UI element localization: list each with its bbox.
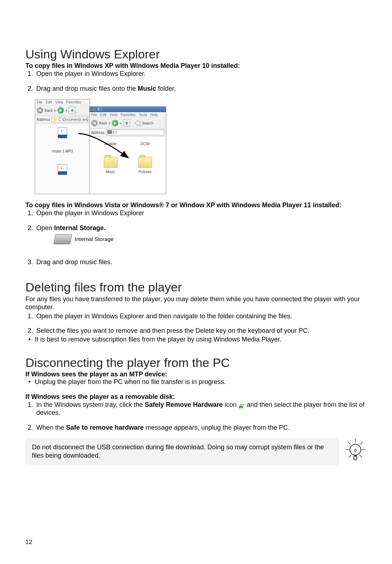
folder-audible-label: Audible [105, 142, 117, 146]
folder-pictures-label: Pictures [138, 170, 151, 174]
folder-dcim[interactable]: DCIM [131, 142, 159, 146]
rem-step-2: When the Safe to remove hardware message… [35, 424, 367, 432]
subhead-xp-wmp10: To copy files in Windows XP with Windows… [25, 62, 367, 70]
address-bar-left: Address 📁 C:\Documents and [35, 116, 90, 124]
rem2-pre: When the [36, 424, 66, 431]
svg-point-9 [350, 444, 361, 455]
menu-edit-r[interactable]: Edit [100, 113, 106, 117]
warning-text: Do not disconnect the USB connection dur… [32, 444, 324, 459]
toolbar-right: ◄ Back ▾ ► ▾ Search [90, 118, 166, 128]
step-b1: Open the player in Windows Explorer [35, 209, 367, 217]
subhead-vista-wmp11: To copy files in Windows Vista or Window… [25, 201, 367, 209]
menu-edit[interactable]: Edit [46, 100, 52, 104]
folder-music-label: Music [106, 170, 115, 174]
address-field-left[interactable]: 📁 C:\Documents and [52, 117, 88, 122]
up-button-icon-r[interactable] [123, 119, 130, 127]
folder-grid: Audible DCIM Music Pictures [90, 137, 166, 179]
back-label: Back [45, 109, 53, 113]
menu-view[interactable]: View [55, 100, 63, 104]
up-button-icon[interactable] [69, 107, 76, 114]
heading-disconnecting: Disconnecting the player from the PC [25, 356, 367, 370]
folder-music[interactable]: Music [97, 157, 124, 174]
step-a2-post: folder. [156, 85, 176, 92]
toolbar-left: ◄ Back ▾ ► ▾ [35, 105, 90, 116]
deleting-intro: For any files you have transferred to th… [25, 295, 367, 311]
explorer-window-target: F:\ File Edit View Favorites Tools Help … [89, 106, 166, 194]
subhead-mtp: If Windows sees the player as an MTP dev… [25, 371, 367, 378]
address-value-left: C:\Documents and [58, 118, 88, 122]
titlebar-right: F:\ [90, 107, 166, 112]
step-a1-text: Open the player in Windows Explorer. [36, 70, 146, 77]
step-a1: Open the player in Windows Explorer. [35, 70, 367, 78]
del-bullet-text: It is best to remove subscription files … [35, 336, 281, 343]
rem1-mid: icon [223, 401, 238, 408]
warning-box: Do not disconnect the USB connection dur… [25, 438, 339, 465]
drive-icon [92, 108, 96, 111]
address-value-right: F:\ [113, 131, 117, 135]
file-music1[interactable]: music 1.MP3 [52, 149, 73, 153]
menu-file-r[interactable]: File [91, 113, 97, 117]
lightbulb-icon [344, 438, 367, 465]
del-bullet: It is best to remove subscription files … [35, 336, 367, 343]
folder-icon-2 [138, 157, 152, 168]
menu-file[interactable]: File [37, 100, 42, 104]
back-button-icon[interactable]: ◄ [37, 107, 43, 114]
file-mp3-1[interactable]: MP3 [58, 127, 67, 138]
step-b2: Open Internal Storage. Internal Storage [35, 224, 367, 245]
search-label: Search [142, 121, 154, 125]
svg-line-3 [348, 442, 351, 445]
file-music1-label: music 1.MP3 [52, 149, 73, 153]
address-bar-right: Address F:\ [90, 128, 166, 137]
back-button-icon-r[interactable]: ◄ [91, 120, 98, 126]
svg-line-8 [359, 455, 362, 458]
menu-bar-right: File Edit View Favorites Tools Help [90, 112, 166, 118]
step-a2: Drag and drop music files onto the Music… [35, 85, 367, 93]
heading-using-explorer: Using Windows Explorer [25, 47, 367, 61]
forward-button-icon[interactable]: ► [57, 107, 64, 114]
step-b2-pre: Open [36, 224, 54, 232]
del-step-1-text: Open the player in Windows Explorer and … [36, 312, 292, 320]
internal-storage-label: Internal Storage [75, 236, 114, 243]
del-step-1: Open the player in Windows Explorer and … [35, 312, 367, 320]
del-step-2-text: Select the files you want to remove and … [36, 327, 309, 334]
safely-remove-hardware-icon [238, 402, 245, 408]
mp3-badge-2: MP3 [58, 171, 67, 175]
address-field-right[interactable]: F:\ [106, 130, 164, 135]
menu-bar-left: File Edit View Favorites [35, 99, 90, 105]
step-b1-text: Open the player in Windows Explorer [36, 209, 144, 217]
step-b3-text: Drag and drop music files. [36, 258, 112, 266]
rem1-pre: In the Windows system tray, click the [36, 401, 145, 408]
explorer-window-source: File Edit View Favorites ◄ Back ▾ ► ▾ Ad… [35, 99, 90, 194]
mp3-badge: MP3 [58, 135, 67, 138]
del-step-2: Select the files you want to remove and … [35, 327, 367, 335]
menu-favorites-r[interactable]: Favorites [121, 113, 135, 117]
forward-button-icon-r[interactable]: ► [112, 120, 118, 126]
mtp-bullet: Unplug the player from the PC when no fi… [35, 378, 367, 386]
drive-icon-small [107, 130, 112, 134]
file-mp3-2[interactable]: MP3 [58, 164, 67, 175]
address-label: Address [37, 118, 50, 122]
step-a2-bold: Music [138, 85, 156, 92]
folder-pictures[interactable]: Pictures [131, 157, 159, 174]
svg-rect-10 [354, 456, 357, 460]
file-area-left: MP3 music 1.MP3 MP3 [35, 124, 90, 179]
step-a2-pre: Drag and drop music files onto the [36, 85, 138, 92]
menu-favorites[interactable]: Favorites [66, 100, 81, 104]
folder-icon [104, 157, 118, 168]
rem2-bold: Safe to remove hardware [66, 424, 144, 431]
menu-help-r[interactable]: Help [150, 113, 158, 117]
rem2-post: message appears, unplug the player from … [144, 424, 290, 431]
back-label-r: Back [99, 121, 107, 125]
menu-tools-r[interactable]: Tools [139, 113, 147, 117]
folder-audible[interactable]: Audible [97, 142, 124, 146]
explorer-screenshot: File Edit View Favorites ◄ Back ▾ ► ▾ Ad… [35, 99, 367, 194]
menu-view-r[interactable]: View [110, 113, 118, 117]
step-b2-bold: Internal Storage. [54, 224, 106, 232]
internal-storage-row: Internal Storage [54, 234, 367, 244]
rem1-bold: Safely Remove Hardware [145, 401, 223, 408]
address-label-r: Address [91, 131, 105, 135]
search-icon[interactable] [135, 120, 140, 126]
svg-line-4 [360, 442, 363, 445]
heading-deleting: Deleting files from the player [25, 280, 367, 294]
rem-step-1: In the Windows system tray, click the Sa… [35, 401, 367, 417]
